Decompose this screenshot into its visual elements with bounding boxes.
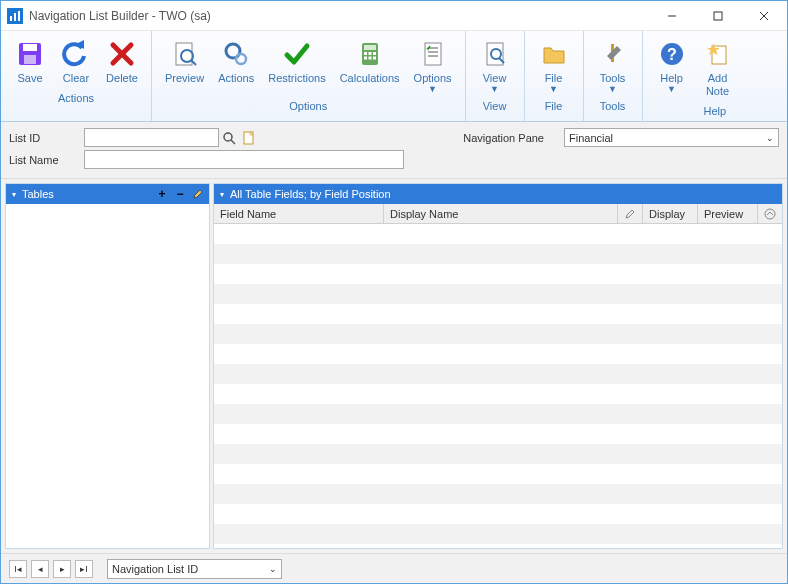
options-list-icon <box>417 38 449 70</box>
tables-list[interactable] <box>6 204 209 548</box>
svg-rect-26 <box>425 43 441 65</box>
svg-rect-23 <box>364 57 367 60</box>
dropdown-indicator-icon: ▼ <box>667 85 676 93</box>
svg-rect-8 <box>23 44 37 51</box>
ribbon-group-help: ? Help ▼ Add Note Help <box>643 31 787 121</box>
col-field-name[interactable]: Field Name <box>214 204 384 223</box>
button-label: Save <box>17 72 42 85</box>
nav-pane-label: Navigation Pane <box>463 132 544 144</box>
actions-button[interactable]: Actions <box>211 35 261 96</box>
fields-column-headers: Field Name Display Name Display Preview <box>214 204 782 224</box>
button-label: Add Note <box>706 72 729 98</box>
ribbon-group-file: File ▼ File <box>525 31 584 121</box>
svg-rect-21 <box>368 52 371 55</box>
note-star-icon <box>702 38 734 70</box>
fields-panel: ▾ All Table Fields; by Field Position Fi… <box>213 183 783 549</box>
list-name-input[interactable] <box>85 151 403 168</box>
svg-rect-2 <box>18 11 20 21</box>
save-button[interactable]: Save <box>7 35 53 88</box>
svg-rect-4 <box>714 12 722 20</box>
nav-first-button[interactable]: I◂ <box>9 560 27 578</box>
tables-panel-title: Tables <box>22 188 54 200</box>
fields-panel-title: All Table Fields; by Field Position <box>230 188 391 200</box>
ribbon-group-view: View ▼ View <box>466 31 525 121</box>
add-note-button[interactable]: Add Note <box>695 35 741 101</box>
tables-panel-header: ▾ Tables + − <box>6 184 209 204</box>
restrictions-button[interactable]: Restrictions <box>261 35 332 96</box>
nav-pane-select[interactable]: Financial ⌄ <box>564 128 779 147</box>
table-remove-button[interactable]: − <box>173 187 187 201</box>
svg-line-39 <box>231 140 235 144</box>
ribbon-group-tools: Tools ▼ Tools <box>584 31 643 121</box>
list-id-input[interactable] <box>85 129 218 146</box>
nav-next-button[interactable]: ▸ <box>53 560 71 578</box>
button-label: Clear <box>63 72 89 85</box>
button-label: Calculations <box>340 72 400 85</box>
svg-text:?: ? <box>667 46 677 63</box>
preview-button[interactable]: Preview <box>158 35 211 96</box>
maximize-button[interactable] <box>695 1 741 30</box>
group-caption: Help <box>643 101 787 121</box>
delete-button[interactable]: Delete <box>99 35 145 88</box>
list-id-field[interactable] <box>84 128 219 147</box>
form-area: List ID Navigation Pane Financial ⌄ List… <box>1 122 787 179</box>
tools-icon <box>597 38 629 70</box>
minimize-button[interactable] <box>649 1 695 30</box>
check-icon <box>281 38 313 70</box>
preview-icon <box>169 38 201 70</box>
help-button[interactable]: ? Help ▼ <box>649 35 695 101</box>
button-label: Restrictions <box>268 72 325 85</box>
nav-pane-value: Financial <box>569 132 613 144</box>
chevron-down-icon: ⌄ <box>269 564 277 574</box>
table-add-button[interactable]: + <box>155 187 169 201</box>
file-button[interactable]: File ▼ <box>531 35 577 96</box>
list-id-new-button[interactable] <box>239 128 259 147</box>
chevron-down-icon: ⌄ <box>766 133 774 143</box>
title-bar: Navigation List Builder - TWO (sa) <box>1 1 787 31</box>
group-caption: File <box>525 96 583 116</box>
close-button[interactable] <box>741 1 787 30</box>
svg-rect-1 <box>14 13 16 21</box>
calculations-button[interactable]: Calculations <box>333 35 407 96</box>
col-edit-icon[interactable] <box>618 204 643 223</box>
svg-point-38 <box>224 133 232 141</box>
svg-point-17 <box>236 54 246 64</box>
status-record-select[interactable]: Navigation List ID ⌄ <box>107 559 282 579</box>
panel-menu-button[interactable]: ▾ <box>218 190 226 199</box>
table-edit-button[interactable] <box>191 187 205 201</box>
view-button[interactable]: View ▼ <box>472 35 518 96</box>
group-caption: View <box>466 96 524 116</box>
svg-rect-24 <box>368 57 371 60</box>
delete-x-icon <box>106 38 138 70</box>
help-icon: ? <box>656 38 688 70</box>
dropdown-indicator-icon: ▼ <box>428 85 437 93</box>
col-expand-toggle[interactable] <box>758 204 782 223</box>
panel-menu-button[interactable]: ▾ <box>10 190 18 199</box>
svg-rect-22 <box>373 52 376 55</box>
new-document-icon <box>242 131 256 145</box>
svg-rect-20 <box>364 52 367 55</box>
group-caption: Actions <box>1 88 151 108</box>
col-display-name[interactable]: Display Name <box>384 204 618 223</box>
col-preview[interactable]: Preview <box>698 204 758 223</box>
nav-prev-button[interactable]: ◂ <box>31 560 49 578</box>
svg-rect-19 <box>364 45 376 50</box>
ribbon-toolbar: Save Clear Delete Actions Preview <box>1 31 787 122</box>
fields-panel-header: ▾ All Table Fields; by Field Position <box>214 184 782 204</box>
folder-icon <box>538 38 570 70</box>
status-record-value: Navigation List ID <box>112 563 198 575</box>
list-id-label: List ID <box>9 132 84 144</box>
nav-last-button[interactable]: ▸I <box>75 560 93 578</box>
fields-grid[interactable] <box>214 224 782 548</box>
svg-rect-0 <box>10 16 12 21</box>
list-name-field[interactable] <box>84 150 404 169</box>
magnifier-icon <box>222 131 236 145</box>
options-button[interactable]: Options ▼ <box>407 35 459 96</box>
col-display[interactable]: Display <box>643 204 698 223</box>
list-id-lookup-button[interactable] <box>219 128 239 147</box>
tools-button[interactable]: Tools ▼ <box>590 35 636 96</box>
clear-button[interactable]: Clear <box>53 35 99 88</box>
list-name-label: List Name <box>9 154 84 166</box>
ribbon-group-options: Preview Actions Restrictions Calculation… <box>152 31 466 121</box>
gears-icon <box>220 38 252 70</box>
